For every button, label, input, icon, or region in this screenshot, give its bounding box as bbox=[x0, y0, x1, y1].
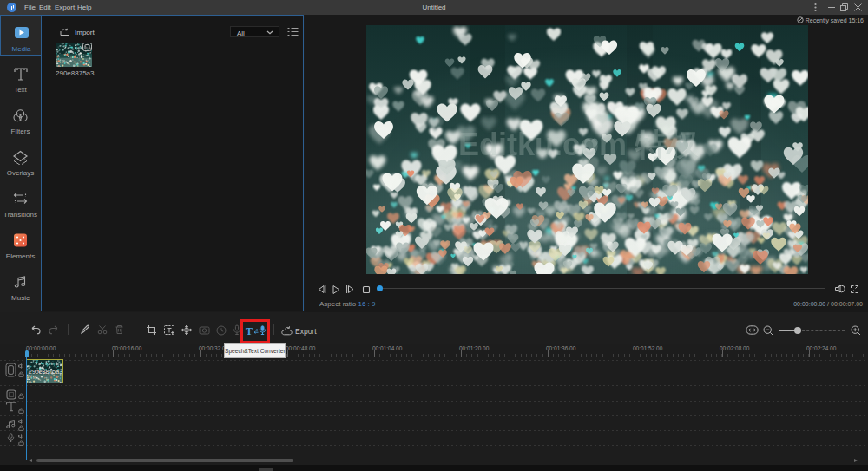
svg-text:Editku.com 特权: Editku.com 特权 bbox=[458, 127, 699, 162]
